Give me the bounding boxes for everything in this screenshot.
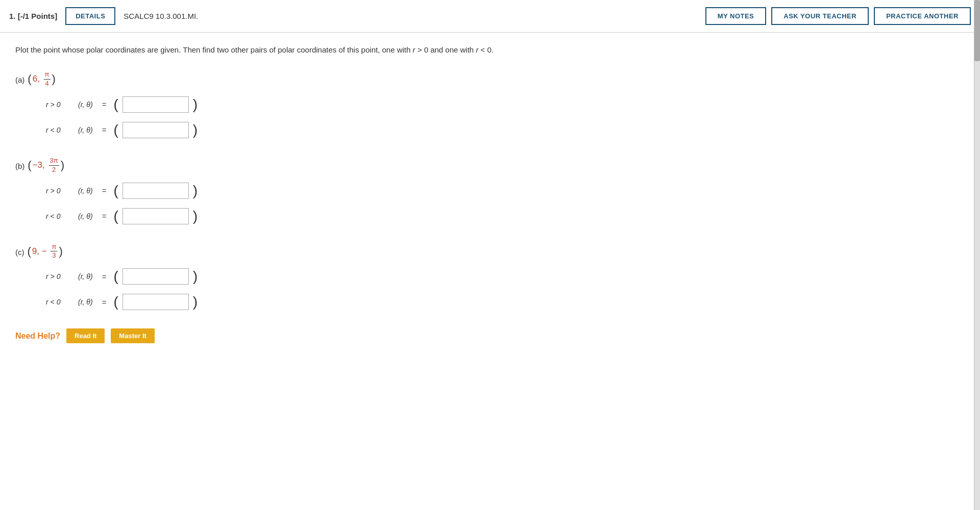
part-b-rneg-close-paren: ) [193, 209, 198, 223]
part-c-theta-den: 3 [51, 251, 57, 260]
part-a-rpos-open-paren: ( [113, 97, 118, 112]
part-c-rpos-row: r > 0 (r, θ) = ( ) [46, 268, 730, 285]
part-b-rpos-label: (r, θ) [78, 187, 93, 195]
my-notes-button[interactable]: MY NOTES [705, 7, 767, 25]
part-c-rneg-row: r < 0 (r, θ) = ( ) [46, 294, 730, 310]
main-content: Plot the point whose polar coordinates a… [0, 33, 745, 364]
part-c-theta-num: π [51, 243, 57, 252]
part-b-rpos-close-paren: ) [193, 184, 198, 198]
scrollbar-thumb[interactable] [974, 0, 980, 61]
problem-statement: Plot the point whose polar coordinates a… [15, 44, 730, 56]
part-c-rpos-label: (r, θ) [78, 272, 93, 280]
details-button[interactable]: DETAILS [65, 7, 115, 25]
part-b-rneg-label: (r, θ) [78, 212, 93, 220]
part-b-rpos-row: r > 0 (r, θ) = ( ) [46, 183, 730, 199]
part-b-coords: ( −3, 3π 2 ) [28, 157, 64, 174]
part-c-rpos-open-paren: ( [113, 269, 118, 284]
part-a-rneg-open-paren: ( [113, 123, 118, 137]
close-paren-b: ) [61, 160, 64, 171]
part-c-letter: (c) [15, 248, 24, 257]
part-a-theta-num: π [44, 70, 51, 80]
part-b-theta-den: 2 [51, 166, 57, 174]
part-a-rpos-close-paren: ) [193, 97, 198, 112]
part-c-rpos-input[interactable] [122, 268, 189, 285]
part-b-rneg-open-paren: ( [113, 209, 118, 223]
part-b-theta: 3π 2 [49, 157, 59, 174]
part-c-theta: π 3 [51, 243, 57, 261]
open-paren-c: ( [28, 246, 31, 257]
part-a-theta: π 4 [44, 70, 51, 88]
part-b-label: (b) ( −3, 3π 2 ) [15, 157, 730, 174]
part-c-rneg-condition: r < 0 [46, 298, 74, 306]
part-c-r: 9, − [32, 246, 50, 257]
part-a-rpos-label: (r, θ) [78, 100, 93, 109]
part-a-r: 6, [33, 74, 42, 84]
open-paren-b: ( [28, 160, 31, 171]
part-c-coords: ( 9, − π 3 ) [28, 243, 63, 261]
part-a-theta-den: 4 [44, 80, 50, 88]
header-actions: MY NOTES ASK YOUR TEACHER PRACTICE ANOTH… [705, 7, 971, 25]
part-a-rneg-input[interactable] [122, 122, 189, 138]
part-c-rneg-input[interactable] [122, 294, 189, 310]
part-b-letter: (b) [15, 162, 24, 170]
part-b-rpos-equals: = [102, 186, 107, 195]
part-b-r: −3, [33, 160, 47, 170]
part-c-rpos-close-paren: ) [193, 269, 198, 284]
part-c-rpos-equals: = [102, 272, 107, 281]
part-c-rneg-label: (r, θ) [78, 298, 93, 306]
part-b-rneg-equals: = [102, 212, 107, 220]
part-b-theta-num: 3π [49, 157, 59, 166]
part-a-rpos-input[interactable] [122, 96, 189, 113]
part-b-rneg-condition: r < 0 [46, 212, 74, 220]
part-a-rpos-equals: = [102, 100, 107, 109]
part-a-rpos-row: r > 0 (r, θ) = ( ) [46, 96, 730, 113]
part-b-section: (b) ( −3, 3π 2 ) r > 0 (r, θ) = ( ) r < … [15, 157, 730, 224]
part-c-rpos-condition: r > 0 [46, 272, 74, 280]
close-paren-c: ) [59, 246, 62, 257]
part-b-rneg-input[interactable] [122, 208, 189, 224]
need-help-section: Need Help? Read It Master It [15, 328, 730, 343]
header-bar: 1. [-/1 Points] DETAILS SCALC9 10.3.001.… [0, 0, 980, 33]
part-a-rneg-equals: = [102, 125, 107, 134]
part-a-coords: ( 6, π 4 ) [28, 70, 56, 88]
points-label: 1. [-/1 Points] [9, 12, 57, 20]
part-c-section: (c) ( 9, − π 3 ) r > 0 (r, θ) = ( ) r < … [15, 243, 730, 311]
master-it-button[interactable]: Master It [111, 328, 154, 343]
close-paren-a: ) [52, 73, 56, 85]
part-a-rneg-condition: r < 0 [46, 126, 74, 134]
part-b-rpos-open-paren: ( [113, 184, 118, 198]
part-c-rneg-open-paren: ( [113, 295, 118, 309]
part-a-letter: (a) [15, 75, 24, 84]
part-c-rneg-close-paren: ) [193, 295, 198, 309]
practice-another-button[interactable]: PRACTICE ANOTHER [874, 7, 971, 25]
part-c-label: (c) ( 9, − π 3 ) [15, 243, 730, 261]
part-b-rpos-condition: r > 0 [46, 187, 74, 195]
scrollbar[interactable] [974, 0, 980, 364]
part-a-rneg-row: r < 0 (r, θ) = ( ) [46, 122, 730, 138]
ask-teacher-button[interactable]: ASK YOUR TEACHER [771, 7, 869, 25]
open-paren-a: ( [28, 73, 31, 85]
part-a-section: (a) ( 6, π 4 ) r > 0 (r, θ) = ( ) r < 0 … [15, 70, 730, 138]
need-help-label: Need Help? [15, 332, 60, 341]
part-a-rneg-label: (r, θ) [78, 126, 93, 134]
part-c-rneg-equals: = [102, 298, 107, 307]
part-a-label: (a) ( 6, π 4 ) [15, 70, 730, 88]
problem-code: SCALC9 10.3.001.MI. [124, 12, 198, 20]
part-a-rpos-condition: r > 0 [46, 100, 74, 109]
part-b-rpos-input[interactable] [122, 183, 189, 199]
part-a-rneg-close-paren: ) [193, 123, 198, 137]
part-b-rneg-row: r < 0 (r, θ) = ( ) [46, 208, 730, 224]
read-it-button[interactable]: Read It [66, 328, 105, 343]
